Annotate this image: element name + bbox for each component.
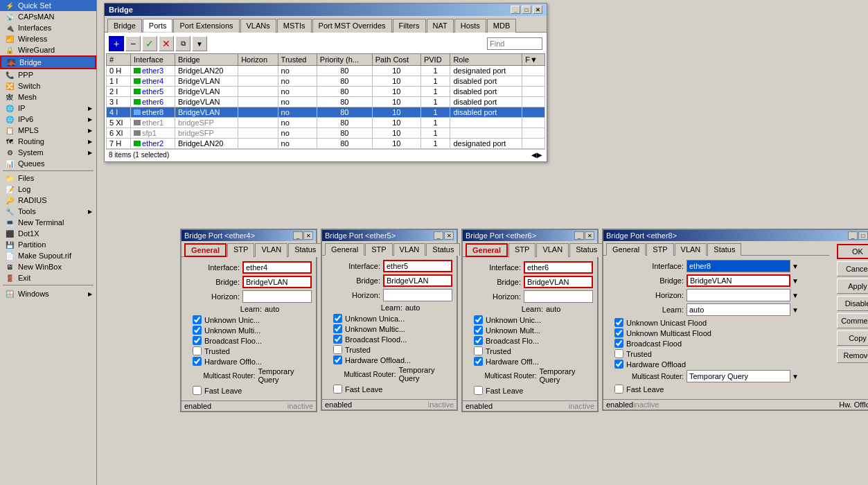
close-btn[interactable]: ✕ xyxy=(585,231,594,240)
tab-vlan[interactable]: VLAN xyxy=(393,243,426,256)
trusted-cb[interactable] xyxy=(193,346,202,355)
sidebar-item-windows[interactable]: 🪟 Windows ▶ xyxy=(0,288,96,299)
close-btn[interactable]: ✕ xyxy=(533,6,542,14)
sidebar-item-ppp[interactable]: 📞 PPP xyxy=(0,69,96,80)
tab-mstis[interactable]: MSTIs xyxy=(277,19,312,33)
iface-input[interactable] xyxy=(687,260,790,272)
iface-input[interactable] xyxy=(242,261,312,274)
bridge-dropdown[interactable]: ▼ xyxy=(792,277,799,285)
minimize-btn[interactable]: _ xyxy=(293,231,303,240)
sidebar-item-quick-set[interactable]: ⚡ Quick Set xyxy=(0,0,96,11)
table-row[interactable]: 7 H ether2 BridgeLAN20no80101designated … xyxy=(107,139,545,149)
unknown-unicast-cb[interactable] xyxy=(614,318,623,327)
sidebar-item-make-supout[interactable]: 📄 Make Supout.rif xyxy=(0,250,96,261)
tab-stp[interactable]: STP xyxy=(365,243,392,256)
cross-btn[interactable]: ✕ xyxy=(159,36,174,51)
tab-mdb[interactable]: MDB xyxy=(487,19,516,33)
tab-ports[interactable]: Ports xyxy=(143,19,173,33)
horizon-dropdown[interactable]: ▼ xyxy=(792,292,799,299)
iface-input[interactable] xyxy=(383,260,452,272)
sidebar-item-wireguard[interactable]: 🔒 WireGuard xyxy=(0,44,96,55)
sidebar-item-capsman[interactable]: 📡 CAPsMAN xyxy=(0,11,96,22)
sidebar-item-new-winbox[interactable]: 🖥 New WinBox xyxy=(0,261,96,272)
sidebar-item-interfaces[interactable]: 🔌 Interfaces xyxy=(0,22,96,33)
minimize-btn[interactable]: _ xyxy=(848,231,858,240)
tab-vlan[interactable]: VLAN xyxy=(675,243,707,256)
maximize-btn[interactable]: □ xyxy=(522,6,531,14)
unknown-multicast-cb[interactable] xyxy=(333,324,342,333)
sidebar-item-files[interactable]: 📁 Files xyxy=(0,173,96,184)
tab-port-extensions[interactable]: Port Extensions xyxy=(173,19,239,33)
tab-status[interactable]: Status xyxy=(707,243,741,256)
broadcast-flood-cb[interactable] xyxy=(333,335,342,344)
tab-status[interactable]: Status xyxy=(426,243,460,256)
tab-bridge[interactable]: Bridge xyxy=(107,19,142,33)
unknown-unicast-cb[interactable] xyxy=(193,315,202,324)
scroll-left[interactable]: ◀ xyxy=(531,151,537,159)
table-row[interactable]: 4 I ether8 BridgeVLANno80101disabled por… xyxy=(107,107,545,118)
tab-general[interactable]: General xyxy=(466,243,508,257)
fast-leave-cb[interactable] xyxy=(474,386,483,395)
copy-button[interactable]: Copy xyxy=(837,330,868,346)
sidebar-item-exit[interactable]: 🚪 Exit xyxy=(0,272,96,283)
unknown-multicast-cb[interactable] xyxy=(614,328,623,337)
sidebar-item-mesh[interactable]: 🕸 Mesh xyxy=(0,91,96,103)
hw-offload-cb[interactable] xyxy=(333,355,342,364)
table-row[interactable]: 1 I ether4 BridgeVLANno80101disabled por… xyxy=(107,76,545,87)
sidebar-item-wireless[interactable]: 📶 Wireless xyxy=(0,33,96,44)
bridge-input[interactable] xyxy=(383,274,452,287)
tab-filters[interactable]: Filters xyxy=(393,19,426,33)
tab-status[interactable]: Status xyxy=(569,243,603,257)
tab-hosts[interactable]: Hosts xyxy=(454,19,486,33)
mcast-dropdown[interactable]: ▼ xyxy=(792,373,799,380)
close-btn[interactable]: ✕ xyxy=(444,231,454,240)
unknown-unicast-cb[interactable] xyxy=(333,314,342,323)
copy-btn[interactable]: ⧉ xyxy=(175,36,191,51)
tab-stp[interactable]: STP xyxy=(646,243,673,256)
bp-ether6-titlebar[interactable]: Bridge Port <ether6> _ ✕ xyxy=(463,230,597,241)
horizon-input[interactable] xyxy=(524,290,593,303)
remove-button[interactable]: Remove xyxy=(837,348,868,363)
minimize-btn[interactable]: _ xyxy=(511,6,520,14)
minimize-btn[interactable]: _ xyxy=(434,231,443,240)
sidebar-item-ipv6[interactable]: 🌐 IPv6 ▶ xyxy=(0,114,96,125)
sidebar-item-system[interactable]: ⚙ System ▶ xyxy=(0,147,96,158)
sidebar-item-queues[interactable]: 📊 Queues xyxy=(0,158,96,169)
bridge-input[interactable] xyxy=(524,276,593,288)
add-btn[interactable]: + xyxy=(109,36,124,51)
hw-offload-cb[interactable] xyxy=(614,360,623,369)
sidebar-item-dot1x[interactable]: ⬛ Dot1X xyxy=(0,228,96,239)
hw-offload-cb[interactable] xyxy=(474,357,483,366)
table-row[interactable]: 3 I ether6 BridgeVLANno80101disabled por… xyxy=(107,97,545,107)
fast-leave-cb[interactable] xyxy=(193,386,202,395)
check-btn[interactable]: ✓ xyxy=(142,36,157,51)
sidebar-item-radius[interactable]: 🔑 RADIUS xyxy=(0,195,96,206)
trusted-cb[interactable] xyxy=(614,349,623,358)
table-row[interactable]: 0 H ether3 BridgeLAN20no80101designated … xyxy=(107,66,545,76)
tab-general[interactable]: General xyxy=(606,243,646,256)
broadcast-flood-cb[interactable] xyxy=(193,336,202,345)
trusted-cb[interactable] xyxy=(474,346,483,355)
bridge-titlebar[interactable]: Bridge _ □ ✕ xyxy=(105,3,547,16)
sidebar-item-switch[interactable]: 🔀 Switch xyxy=(0,80,96,91)
disable-button[interactable]: Disable xyxy=(837,296,868,311)
table-row[interactable]: 6 XI sfp1 bridgeSFPno80101 xyxy=(107,128,545,139)
tab-vlan[interactable]: VLAN xyxy=(255,243,287,257)
tab-vlan[interactable]: VLAN xyxy=(536,243,569,257)
ok-button[interactable]: OK xyxy=(837,244,868,259)
tab-general[interactable]: General xyxy=(184,243,227,257)
tab-stp[interactable]: STP xyxy=(227,243,254,257)
fast-leave-cb[interactable] xyxy=(614,385,623,394)
sidebar-item-bridge[interactable]: 🌉 Bridge xyxy=(0,55,96,69)
find-input[interactable] xyxy=(487,37,542,50)
broadcast-flood-cb[interactable] xyxy=(474,336,483,345)
iface-input[interactable] xyxy=(524,261,593,274)
sidebar-item-ip[interactable]: 🌐 IP ▶ xyxy=(0,103,96,114)
learn-dropdown[interactable]: ▼ xyxy=(792,306,799,314)
trusted-cb[interactable] xyxy=(333,345,342,354)
table-row[interactable]: 5 XI ether1 bridgeSFPno80101 xyxy=(107,118,545,128)
hw-offload-cb[interactable] xyxy=(193,357,202,366)
bp-ether8-titlebar[interactable]: Bridge Port <ether8> _ □ ✕ xyxy=(603,230,868,241)
sidebar-item-mpls[interactable]: 📋 MPLS ▶ xyxy=(0,125,96,136)
mcast-router-input[interactable] xyxy=(687,370,790,382)
